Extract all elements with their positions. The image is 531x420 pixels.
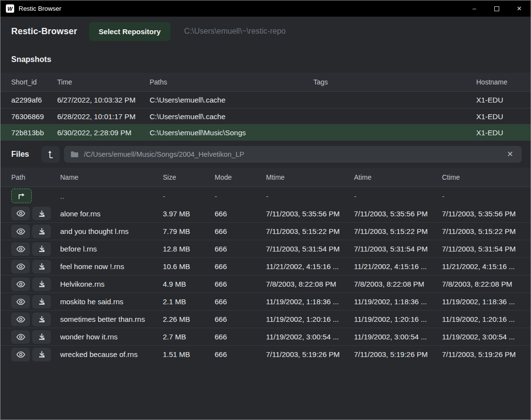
column-header-path: Path [11,173,60,181]
window-title: Restic Browser [19,5,61,12]
enter-parent-directory-button[interactable] [11,189,32,203]
eye-icon [16,246,25,252]
file-atime: 11/21/2002, 4:15:16 ... [354,262,442,271]
file-name: moskito he said.rns [60,297,163,306]
wails-app-icon: W [6,4,14,13]
file-name: wonder how it.rns [60,333,163,341]
download-icon [38,210,45,217]
file-mode: - [215,192,266,200]
file-size: 1.51 MB [163,350,215,358]
eye-icon [16,351,25,358]
parent-directory-row: .. - - - - - [0,187,531,205]
file-mtime: 11/19/2002, 1:18:36 ... [266,297,354,306]
file-ctime: 7/11/2003, 5:15:22 PM [442,227,522,235]
snapshot-paths: C:\Users\emuell\Music\Songs [150,128,313,137]
repository-path: C:\Users\emuell\~\restic-repo [184,27,286,36]
snapshots-table-header: Short_id Time Paths Tags Hostname [0,73,531,92]
preview-file-button[interactable] [11,207,30,220]
preview-file-button[interactable] [11,260,30,273]
preview-file-button[interactable] [11,313,30,326]
download-file-button[interactable] [32,242,51,256]
titlebar: W Restic Browser – ✕ [0,0,531,17]
maximize-icon [494,6,499,11]
file-mode: 666 [215,315,266,323]
file-name: feel home now !.rns [60,262,163,271]
download-file-button[interactable] [32,207,51,220]
preview-file-button[interactable] [11,277,30,291]
minimize-button[interactable]: – [463,0,486,17]
download-icon [38,280,45,288]
file-size: 7.79 MB [163,227,215,235]
clear-path-button[interactable]: ✕ [505,149,515,159]
file-row: and you thought l.rns 7.79 MB 666 7/11/2… [0,222,531,240]
files-table-header: Path Name Size Mode Mtime Atime Ctime [0,168,531,187]
eye-icon [16,298,25,305]
file-name: before l.rns [60,245,163,253]
file-row: Helvikone.rns 4.9 MB 666 7/8/2003, 8:22:… [0,275,531,293]
files-table: Path Name Size Mode Mtime Atime Ctime [0,168,531,363]
close-button[interactable]: ✕ [508,0,531,17]
file-size: 4.9 MB [163,280,215,288]
file-name: sometimes better than.rns [60,315,163,323]
column-header-hostname: Hostname [476,78,520,86]
preview-file-button[interactable] [11,330,30,344]
snapshot-row[interactable]: 76306869 6/28/2022, 10:01:17 PM C:\Users… [0,108,531,124]
download-file-button[interactable] [32,225,51,238]
file-row: moskito he said.rns 2.1 MB 666 11/19/200… [0,293,531,310]
file-atime: 11/19/2002, 1:20:16 ... [354,315,442,323]
file-ctime: 7/11/2003, 5:31:54 PM [442,245,522,253]
file-name: wrecked because of.rns [60,350,163,358]
file-atime: 11/19/2002, 3:00:54 ... [354,333,442,341]
snapshot-row[interactable]: 72b813bb 6/30/2022, 2:28:09 PM C:\Users\… [0,124,531,140]
snapshot-short-id: a2299af6 [11,96,57,104]
file-ctime: 7/8/2003, 8:22:08 PM [442,280,522,288]
app-header: Restic-Browser Select Repository C:\User… [0,17,531,46]
file-size: 2.1 MB [163,297,215,306]
file-ctime: 7/11/2003, 5:35:56 PM [442,210,522,218]
download-file-button[interactable] [32,260,51,273]
snapshot-row[interactable]: a2299af6 6/27/2022, 10:03:32 PM C:\Users… [0,92,531,108]
file-mtime: - [266,192,354,200]
column-header-mode: Mode [215,173,266,181]
file-ctime: 11/21/2002, 4:15:16 ... [442,262,522,271]
preview-file-button[interactable] [11,348,30,361]
app-window: W Restic Browser – ✕ Restic-Browser Sele… [0,0,531,420]
snapshot-hostname: X1-EDU [476,128,520,137]
file-name: and you thought l.rns [60,227,163,235]
download-file-button[interactable] [32,313,51,326]
file-size: - [163,192,215,200]
file-row: before l.rns 12.8 MB 666 7/11/2003, 5:31… [0,240,531,257]
file-mode: 666 [215,350,266,358]
download-icon [38,351,45,358]
file-actions [11,348,60,361]
download-file-button[interactable] [32,277,51,291]
folder-icon [70,151,79,158]
snapshots-table-body: a2299af6 6/27/2022, 10:03:32 PM C:\Users… [0,92,531,140]
download-icon [38,263,45,270]
page-title: Restic-Browser [11,26,77,37]
current-path-input[interactable]: /C/Users/emuell/Music/Songs/2004_Helveti… [64,146,522,163]
file-mtime: 7/8/2003, 8:22:08 PM [266,280,354,288]
download-file-button[interactable] [32,348,51,361]
preview-file-button[interactable] [11,242,30,256]
preview-file-button[interactable] [11,295,30,309]
preview-file-button[interactable] [11,225,30,238]
snapshot-paths: C:\Users\emuell\.cache [150,96,313,104]
file-actions [11,260,60,273]
maximize-button[interactable] [486,0,508,17]
file-actions [11,207,60,220]
file-size: 2.26 MB [163,315,215,323]
files-toolbar: Files /C/Users/emuell/Music/Songs/2004_H… [0,141,531,168]
go-up-directory-button[interactable] [42,146,60,163]
download-icon [38,228,45,235]
file-name: .. [60,192,163,200]
select-repository-button[interactable]: Select Repository [89,22,171,41]
snapshots-section-title: Snapshots [0,46,531,73]
download-file-button[interactable] [32,295,51,309]
eye-icon [16,228,25,235]
file-actions [11,330,60,344]
file-atime: - [354,192,442,200]
download-file-button[interactable] [32,330,51,344]
file-atime: 7/11/2003, 5:31:54 PM [354,245,442,253]
column-header-ctime: Ctime [442,173,522,181]
